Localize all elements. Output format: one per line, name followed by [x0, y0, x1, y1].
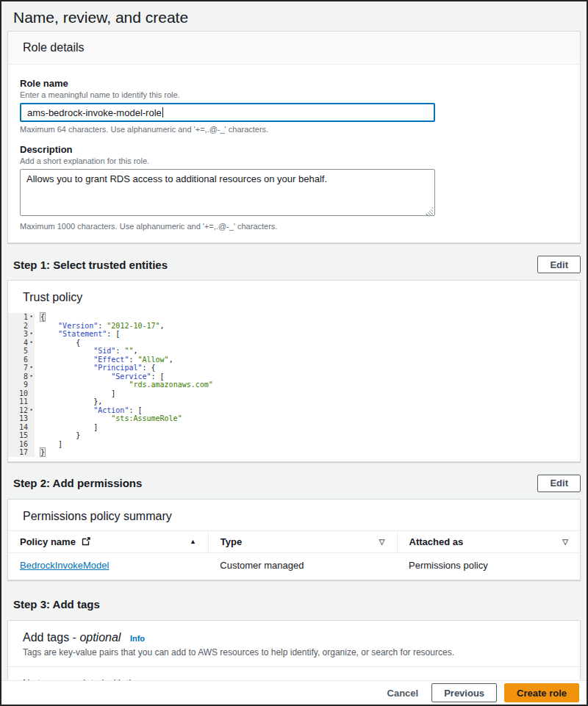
role-details-body: Role name Enter a meaningful name to ide… — [8, 65, 580, 242]
fold-arrow-icon[interactable]: ▾ — [28, 339, 35, 347]
step2-row: Step 2: Add permissions Edit — [7, 474, 581, 493]
permissions-table: Policy name ▲ Type ▽ — [8, 530, 580, 580]
line-number: 5 — [24, 347, 28, 356]
add-tags-header: Add tags - optional Info Tags are key-va… — [8, 621, 580, 667]
sort-toggle-icon[interactable]: ▽ — [562, 538, 568, 546]
line-number: 9 — [24, 381, 28, 389]
col-attached-as[interactable]: Attached as ▽ — [397, 530, 580, 552]
code-text: "Version": "2012-10-17", — [35, 322, 165, 331]
trust-policy-header: Trust policy — [8, 281, 580, 310]
step2-heading: Step 2: Add permissions — [7, 477, 142, 489]
footer-bar: Cancel Previous Create role — [1, 680, 587, 705]
code-text: "Effect": "Allow", — [35, 356, 173, 364]
add-tags-description: Tags are key-value pairs that you can ad… — [23, 647, 565, 658]
code-text: "Statement": [ — [35, 330, 120, 339]
description-textarea[interactable]: Allows you to grant RDS access to additi… — [20, 169, 435, 216]
line-gutter: 17▾ — [8, 448, 35, 457]
code-text: ] — [35, 440, 62, 449]
code-text: "Service": [ — [35, 372, 165, 381]
code-text: "Sid": "", — [35, 347, 137, 356]
step1-row: Step 1: Select trusted entities Edit — [7, 255, 581, 274]
code-text: ] — [35, 423, 98, 432]
role-details-card: Role details Role name Enter a meaningfu… — [7, 31, 581, 243]
line-number: 11 — [19, 397, 28, 406]
code-line: 17▾ } — [8, 448, 580, 457]
cancel-button[interactable]: Cancel — [381, 685, 425, 701]
role-name-value: ams-bedrock-invoke-model-role — [27, 107, 162, 118]
line-gutter: 12▾ — [8, 406, 35, 415]
line-number: 16 — [19, 440, 28, 449]
code-line: 5▾ "Sid": "", — [8, 347, 580, 356]
code-line: 15▾ } — [8, 431, 580, 440]
role-name-input[interactable]: ams-bedrock-invoke-model-role — [20, 103, 435, 122]
policy-type-cell: Customer managed — [208, 552, 397, 580]
table-header-row: Policy name ▲ Type ▽ — [8, 530, 580, 552]
sort-ascending-icon[interactable]: ▲ — [190, 538, 196, 545]
fold-arrow-icon[interactable]: ▾ — [28, 364, 35, 372]
trust-policy-card: Trust policy 1▾ { 2▾ "Version": "2012-10… — [7, 280, 581, 462]
code-line: 2▾ "Version": "2012-10-17", — [8, 322, 580, 331]
step1-edit-button[interactable]: Edit — [537, 256, 581, 273]
policy-name-link[interactable]: BedrockInvokeModel — [20, 560, 109, 571]
role-details-title: Role details — [23, 41, 85, 54]
fold-arrow-icon[interactable]: ▾ — [28, 313, 35, 322]
line-gutter: 3▾ — [8, 330, 35, 339]
code-text: "Action": [ — [35, 406, 142, 415]
previous-button[interactable]: Previous — [431, 683, 497, 702]
line-number: 12 — [19, 406, 28, 415]
line-number: 15 — [19, 431, 28, 440]
code-line: 4▾ { — [8, 339, 580, 347]
line-number: 17 — [19, 448, 28, 457]
code-text: } — [35, 431, 80, 440]
optional-label: optional — [79, 631, 121, 644]
sort-toggle-icon[interactable]: ▽ — [379, 538, 385, 546]
line-gutter: 10▾ — [8, 389, 35, 398]
code-text: "rds.amazonaws.com" — [35, 381, 213, 389]
line-gutter: 5▾ — [8, 347, 35, 356]
code-text: { — [35, 313, 45, 322]
line-gutter: 14▾ — [8, 423, 35, 432]
trust-policy-title: Trust policy — [23, 291, 82, 303]
line-gutter: 13▾ — [8, 414, 35, 423]
page: Name, review, and create Role details Ro… — [0, 0, 588, 706]
code-line: 8▾ "Service": [ — [8, 372, 580, 381]
line-gutter: 4▾ — [8, 339, 35, 347]
line-gutter: 15▾ — [8, 431, 35, 440]
col-type[interactable]: Type ▽ — [208, 530, 397, 552]
line-gutter: 7▾ — [8, 364, 35, 372]
col-policy-name[interactable]: Policy name ▲ — [8, 530, 208, 552]
step2-edit-button[interactable]: Edit — [537, 475, 581, 492]
line-number: 6 — [24, 356, 28, 364]
description-constraint: Maximum 1000 characters. Use alphanumeri… — [20, 222, 568, 231]
page-title: Name, review, and create — [1, 1, 587, 31]
description-field-wrap: Allows you to grant RDS access to additi… — [20, 169, 435, 219]
table-row: BedrockInvokeModel Customer managed Perm… — [8, 552, 580, 580]
step1-heading: Step 1: Select trusted entities — [7, 259, 168, 271]
code-line: 13▾ "sts:AssumeRole" — [8, 414, 580, 423]
line-number: 10 — [19, 389, 28, 398]
fold-arrow-icon[interactable]: ▾ — [28, 330, 35, 339]
code-line: 10▾ ] — [8, 389, 580, 398]
line-gutter: 9▾ — [8, 381, 35, 389]
col-policy-name-label: Policy name — [20, 536, 76, 547]
create-role-button[interactable]: Create role — [504, 683, 579, 702]
line-gutter: 8▾ — [8, 372, 35, 381]
code-line: 14▾ ] — [8, 423, 580, 432]
code-line: 9▾ "rds.amazonaws.com" — [8, 381, 580, 389]
step3-row: Step 3: Add tags — [7, 595, 581, 614]
trust-policy-editor[interactable]: 1▾ { 2▾ "Version": "2012-10-17", 3▾ "Sta… — [8, 310, 580, 461]
line-number: 2 — [24, 322, 28, 331]
code-line: 1▾ { — [8, 313, 580, 322]
fold-arrow-icon[interactable]: ▾ — [28, 406, 35, 415]
col-type-label: Type — [220, 536, 242, 547]
line-number: 14 — [19, 423, 28, 432]
line-gutter: 11▾ — [8, 397, 35, 406]
line-gutter: 1▾ — [8, 313, 35, 322]
fold-arrow-icon[interactable]: ▾ — [28, 372, 35, 381]
permissions-summary-header: Permissions policy summary — [8, 500, 580, 530]
step3-heading: Step 3: Add tags — [7, 598, 100, 610]
description-label: Description — [20, 144, 568, 155]
info-link[interactable]: Info — [130, 634, 145, 643]
external-link-icon — [82, 537, 90, 546]
line-number: 13 — [19, 414, 28, 423]
